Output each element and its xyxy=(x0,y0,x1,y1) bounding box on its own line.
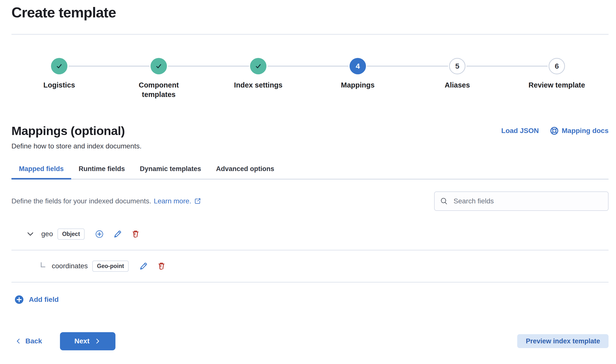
back-label: Back xyxy=(25,337,42,345)
step-indicator: Logistics Component templates Index sett… xyxy=(9,58,607,99)
page-title: Create template xyxy=(11,4,609,21)
header-divider xyxy=(11,34,609,35)
tab-advanced-options[interactable]: Advanced options xyxy=(208,161,282,179)
create-template-page: Create template Logistics Component temp… xyxy=(0,0,616,364)
step-index-settings[interactable]: Index settings xyxy=(208,58,308,99)
wizard-footer: Back Next Preview index template xyxy=(0,332,616,350)
step-label: Aliases xyxy=(445,80,470,90)
step-component-templates[interactable]: Component templates xyxy=(109,58,208,99)
add-field-label: Add field xyxy=(29,296,59,304)
step-aliases[interactable]: 5 Aliases xyxy=(408,58,507,99)
search-icon xyxy=(440,197,448,205)
add-child-field-button[interactable] xyxy=(95,230,104,238)
edit-field-button[interactable] xyxy=(139,262,148,271)
field-name: geo xyxy=(41,230,53,238)
trash-icon xyxy=(131,230,140,238)
step-label: Logistics xyxy=(43,80,75,90)
edit-field-button[interactable] xyxy=(113,230,122,238)
step-complete-circle xyxy=(250,58,266,74)
load-json-link[interactable]: Load JSON xyxy=(501,127,539,135)
trash-icon xyxy=(157,262,166,270)
plus-circle-icon xyxy=(95,230,104,238)
search-fields-input[interactable] xyxy=(434,191,609,211)
next-button[interactable]: Next xyxy=(60,332,115,350)
step-number: 5 xyxy=(455,62,460,70)
tab-runtime-fields[interactable]: Runtime fields xyxy=(71,161,132,179)
step-complete-circle xyxy=(51,58,67,74)
back-button[interactable]: Back xyxy=(15,337,42,345)
step-current-circle: 4 xyxy=(350,58,366,74)
mappings-title: Mappings (optional) xyxy=(11,124,142,138)
learn-more-link[interactable]: Learn more. xyxy=(154,197,191,205)
step-label: Component templates xyxy=(124,80,194,99)
mapping-docs-link[interactable]: Mapping docs xyxy=(550,126,609,135)
step-label: Mappings xyxy=(341,80,374,90)
help-lifebuoy-icon xyxy=(550,126,559,135)
field-row-coordinates: coordinates Geo-point xyxy=(11,250,609,282)
delete-field-button[interactable] xyxy=(131,230,140,238)
plus-filled-icon xyxy=(14,295,24,304)
mapped-fields-tree: geo Object xyxy=(0,218,616,282)
step-complete-circle xyxy=(151,58,167,74)
check-icon xyxy=(154,62,163,70)
field-type-badge: Object xyxy=(57,228,85,240)
chevron-right-icon xyxy=(94,338,101,345)
step-incomplete-circle: 5 xyxy=(449,58,465,74)
step-number: 4 xyxy=(356,62,360,70)
step-mappings-current[interactable]: 4 Mappings xyxy=(308,58,408,99)
page-header: Create template xyxy=(0,0,616,21)
add-field-button[interactable]: Add field xyxy=(14,295,59,304)
pencil-icon xyxy=(139,262,148,271)
step-incomplete-circle: 6 xyxy=(549,58,565,74)
chevron-down-icon[interactable] xyxy=(26,229,35,238)
fields-intro-row: Define the fields for your indexed docum… xyxy=(0,191,616,211)
next-label: Next xyxy=(74,337,90,345)
field-name: coordinates xyxy=(52,262,88,270)
chevron-left-icon xyxy=(15,338,22,345)
step-label: Review template xyxy=(528,80,585,90)
mappings-section-header: Mappings (optional) Define how to store … xyxy=(0,124,616,150)
tab-mapped-fields[interactable]: Mapped fields xyxy=(11,161,71,179)
fields-intro-text: Define the fields for your indexed docum… xyxy=(11,197,151,205)
step-review-template[interactable]: 6 Review template xyxy=(507,58,607,99)
check-icon xyxy=(254,62,262,70)
tree-branch-connector xyxy=(41,262,45,267)
step-label: Index settings xyxy=(234,80,283,90)
preview-index-template-button[interactable]: Preview index template xyxy=(517,334,609,348)
step-number: 6 xyxy=(555,62,559,70)
check-icon xyxy=(55,62,63,70)
step-logistics[interactable]: Logistics xyxy=(9,58,109,99)
external-link-icon xyxy=(194,197,201,205)
mappings-tabs: Mapped fields Runtime fields Dynamic tem… xyxy=(11,161,609,180)
tab-dynamic-templates[interactable]: Dynamic templates xyxy=(132,161,208,179)
mapping-docs-label: Mapping docs xyxy=(562,127,609,135)
field-row-geo: geo Object xyxy=(11,218,609,250)
mappings-subtitle: Define how to store and index documents. xyxy=(11,142,142,150)
pencil-icon xyxy=(113,230,122,238)
delete-field-button[interactable] xyxy=(157,262,166,270)
field-type-badge: Geo-point xyxy=(92,261,129,272)
